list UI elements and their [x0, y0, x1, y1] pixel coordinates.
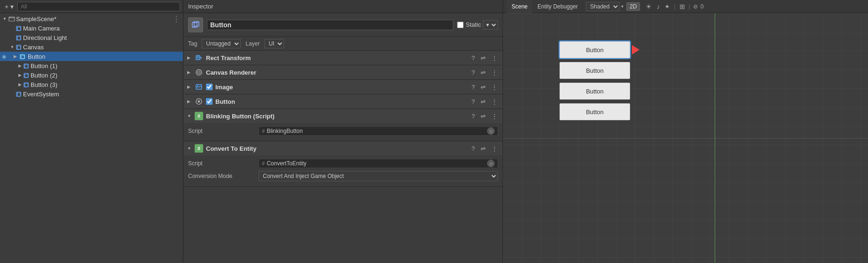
convert-to-entity-body: Script # ConvertToEntity ⊙ Conversion Mo… [183, 155, 503, 186]
event-system-label: EventSystem [23, 91, 59, 98]
blinking-button-header[interactable]: ▼ # Blinking Button (Script) ? ⇌ ⋮ [183, 109, 503, 123]
scene-button-2[interactable]: Button [560, 62, 630, 79]
scene-expand-arrow [2, 16, 8, 22]
blinking-button-script-row: Script # BlinkingButton ⊙ [188, 126, 498, 136]
blinking-button-menu-btn[interactable]: ⋮ [490, 112, 499, 120]
scene-audio-btn[interactable]: ♪ [655, 2, 661, 11]
canvas-renderer-arrow: ▶ [187, 70, 192, 75]
tag-dropdown[interactable]: Untagged [202, 39, 241, 48]
scene-button-3[interactable]: Button [560, 83, 630, 100]
go-name-input[interactable] [207, 20, 453, 30]
layer-dropdown[interactable]: UI [264, 39, 284, 48]
button3-expand-arrow [17, 82, 23, 87]
canvas-renderer-header[interactable]: ▶ Canvas Renderer ? ⇌ ⋮ [183, 65, 503, 79]
scene-viewport[interactable]: Button Button Button Button [503, 13, 868, 263]
hierarchy-add-button[interactable]: + ▾ [3, 2, 16, 11]
hierarchy-item-button-1[interactable]: Button (1) [0, 61, 183, 70]
scene-toolbar-icons: ☀ ♪ ✦ | ⊞ | ⊘ 0 [645, 2, 703, 11]
hierarchy-content: SampleScene* ⋮ Main Camera [0, 13, 183, 263]
convert-to-entity-script-value: # ConvertToEntity ⊙ [259, 159, 498, 168]
inspector-body: Static ▾ Tag Untagged Layer UI ▶ [183, 13, 503, 263]
convert-to-entity-settings-btn[interactable]: ⇌ [479, 145, 487, 153]
button-cube-icon [20, 54, 26, 60]
rect-transform-header[interactable]: ▶ Rect Transform ? ⇌ ⋮ [183, 51, 503, 65]
hierarchy-item-event-system[interactable]: EventSystem [0, 89, 183, 99]
scene-menu-dots[interactable]: ⋮ [173, 15, 183, 23]
image-checkbox[interactable] [206, 84, 213, 90]
scene-gizmos-btn[interactable]: ⊞ [679, 2, 686, 11]
rect-transform-actions: ? ⇌ ⋮ [470, 54, 499, 62]
static-checkbox[interactable] [457, 22, 464, 28]
conversion-mode-dropdown[interactable]: Convert And Inject Game Object [259, 171, 498, 181]
hierarchy-search-input[interactable] [17, 2, 180, 11]
rect-transform-settings-btn[interactable]: ⇌ [479, 54, 487, 62]
gizmo-count: ⊘ [693, 3, 698, 10]
canvas-renderer-icon [195, 68, 203, 77]
blinking-button-script-select-btn[interactable]: ⊙ [487, 127, 495, 135]
event-system-cube-icon [16, 91, 22, 97]
shading-select[interactable]: Shaded [586, 2, 620, 11]
scene-buttons-container: Button Button Button Button [560, 41, 639, 120]
button2-expand-arrow [17, 72, 23, 78]
canvas-cube-icon [16, 44, 22, 50]
image-icon [195, 83, 203, 91]
tag-layer-row: Tag Untagged Layer UI [183, 37, 503, 51]
convert-to-entity-help-btn[interactable]: ? [470, 145, 476, 153]
button1-expand-arrow [17, 63, 23, 69]
scene-button-4[interactable]: Button [560, 103, 630, 120]
image-settings-btn[interactable]: ⇌ [479, 83, 487, 91]
button-comp-header[interactable]: ▶ Button ? ⇌ ⋮ [183, 94, 503, 108]
button-comp-title: Button [215, 98, 467, 105]
convert-to-entity-script-hash: # [262, 161, 265, 166]
tab-scene[interactable]: Scene [507, 0, 533, 13]
canvas-renderer-settings-btn[interactable]: ⇌ [479, 69, 487, 77]
button-comp-help-btn[interactable]: ? [470, 98, 476, 106]
image-arrow: ▶ [187, 85, 192, 89]
main-camera-label: Main Camera [23, 25, 60, 32]
image-header[interactable]: ▶ Image ? ⇌ ⋮ [183, 80, 503, 94]
scene-lighting-btn[interactable]: ☀ [645, 2, 653, 11]
hierarchy-item-canvas[interactable]: Canvas [0, 42, 183, 52]
conversion-mode-row: Conversion Mode Convert And Inject Game … [188, 170, 498, 182]
hierarchy-item-main-camera[interactable]: Main Camera [0, 23, 183, 33]
two-d-button[interactable]: 2D [626, 2, 640, 11]
component-blinking-button: ▼ # Blinking Button (Script) ? ⇌ ⋮ Scrip… [183, 109, 503, 141]
go-3d-cube-icon [191, 20, 200, 30]
hierarchy-item-button-3[interactable]: Button (3) [0, 80, 183, 89]
canvas-expand-arrow [9, 44, 15, 50]
convert-to-entity-menu-btn[interactable]: ⋮ [490, 145, 499, 153]
scene-fx-btn[interactable]: ✦ [663, 2, 671, 11]
scene-shading: Shaded ▾ [586, 2, 623, 11]
button-comp-checkbox[interactable] [206, 98, 213, 105]
go-header: Static ▾ [183, 13, 503, 37]
static-dropdown[interactable]: ▾ [483, 20, 498, 30]
hierarchy-scene-root[interactable]: SampleScene* ⋮ [0, 14, 183, 23]
inspector-panel: Inspector Static ▾ [183, 0, 503, 263]
conversion-mode-label: Conversion Mode [188, 173, 259, 179]
rect-transform-help-btn[interactable]: ? [470, 54, 476, 62]
hierarchy-item-button-2[interactable]: Button (2) [0, 70, 183, 80]
convert-to-entity-actions: ? ⇌ ⋮ [470, 145, 499, 153]
image-help-btn[interactable]: ? [470, 83, 476, 91]
tab-entity-debugger[interactable]: Entity Debugger [533, 0, 583, 13]
scene-button-1[interactable]: Button [560, 41, 630, 58]
rect-transform-menu-btn[interactable]: ⋮ [490, 54, 499, 62]
convert-to-entity-title: Convert To Entity [206, 145, 467, 152]
blinking-button-settings-btn[interactable]: ⇌ [479, 112, 487, 120]
hierarchy-item-directional-light[interactable]: Directional Light [0, 33, 183, 42]
canvas-renderer-menu-btn[interactable]: ⋮ [490, 69, 499, 77]
blinking-button-arrow: ▼ [187, 114, 192, 118]
blinking-button-actions: ? ⇌ ⋮ [470, 112, 499, 120]
blinking-button-help-btn[interactable]: ? [470, 112, 476, 120]
hierarchy-item-button[interactable]: ◉ Button [0, 52, 183, 61]
canvas-renderer-help-btn[interactable]: ? [470, 69, 476, 77]
svg-point-57 [198, 101, 200, 103]
directional-light-label: Directional Light [23, 34, 67, 41]
button-comp-menu-btn[interactable]: ⋮ [490, 98, 499, 106]
convert-to-entity-header[interactable]: ▼ # Convert To Entity ? ⇌ ⋮ [183, 141, 503, 155]
convert-to-entity-script-select-btn[interactable]: ⊙ [487, 160, 495, 167]
image-menu-btn[interactable]: ⋮ [490, 83, 499, 91]
button-comp-settings-btn[interactable]: ⇌ [479, 98, 487, 106]
scene-button-1-selected-arrow [632, 45, 639, 54]
rect-transform-title: Rect Transform [206, 54, 467, 62]
